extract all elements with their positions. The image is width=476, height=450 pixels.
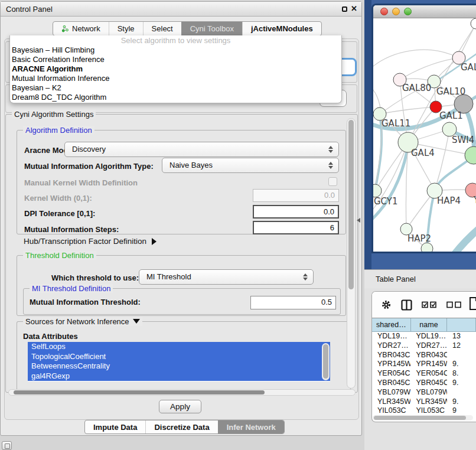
network-graph: GALGAL80GAL10GAL1GAL11SWI4GAL4GCY1HAP4YH… xyxy=(373,18,476,253)
settings-vertical-scrollbar[interactable] xyxy=(347,118,356,389)
scrollbar-thumb[interactable] xyxy=(323,344,328,379)
node-label: GAL80 xyxy=(402,83,431,93)
expand-triangle-icon xyxy=(152,238,157,245)
float-window-icon[interactable] xyxy=(342,6,347,12)
mi-steps-field[interactable]: 6 xyxy=(253,221,339,234)
network-node[interactable] xyxy=(421,243,433,253)
tab-select[interactable]: Select xyxy=(143,22,181,35)
table-cell: YBR043C xyxy=(372,351,410,360)
table-row[interactable]: YLR345WYLR345W9. xyxy=(372,397,476,407)
table-panel-title: Table Panel xyxy=(376,275,416,283)
table-horizontal-scrollbar[interactable] xyxy=(373,415,473,420)
mi-algorithm-type-combo[interactable]: Naive Bayes xyxy=(162,158,339,173)
stepper-icon xyxy=(303,273,308,281)
bottom-tab-impute-data[interactable]: Impute Data xyxy=(85,420,145,433)
bottom-tab-infer-network[interactable]: Infer Network xyxy=(218,420,284,433)
algorithm-options: Bayesian – Hill ClimbingBasic Correlatio… xyxy=(10,45,341,102)
mi-threshold-field[interactable]: 0.5 xyxy=(250,296,336,309)
node-label: Y xyxy=(473,195,476,206)
hub-tf-definition-expander[interactable]: Hub/Transcription Factor Definition xyxy=(24,237,157,246)
data-attribute-item[interactable]: BetweennessCentrality xyxy=(28,361,330,371)
table-row[interactable]: YER054CYER054C8. xyxy=(372,369,476,379)
attributes-scrollbar[interactable] xyxy=(322,343,330,380)
table-cell: YLR345W xyxy=(410,397,447,407)
manual-kernel-width-checkbox[interactable] xyxy=(328,177,337,186)
data-attributes-list: SelfLoopsTopologicalCoefficientBetweenne… xyxy=(28,342,330,381)
table-cell: 9. xyxy=(447,360,476,369)
close-traffic-light-icon[interactable] xyxy=(380,8,388,15)
bottom-tab-discretize-data[interactable]: Discretize Data xyxy=(145,420,217,433)
scrollbar-thumb[interactable] xyxy=(14,390,265,394)
scrollbar-thumb[interactable] xyxy=(348,120,354,289)
dpi-tolerance-field[interactable]: 0.0 xyxy=(253,205,339,219)
table-toolbar xyxy=(372,292,476,318)
algorithm-definition-title: Algorithm Definition xyxy=(23,126,94,135)
tab-cyni-toolbox[interactable]: Cyni Toolbox xyxy=(181,22,242,35)
scrollbar-thumb[interactable] xyxy=(374,416,466,420)
stepper-icon xyxy=(328,145,333,154)
minimize-traffic-light-icon[interactable] xyxy=(392,8,400,15)
table-panel-titlebar: Table Panel xyxy=(364,269,476,288)
algorithm-option[interactable]: Bayesian – Hill Climbing xyxy=(10,45,341,55)
settings-gear-icon[interactable] xyxy=(381,299,392,310)
checkboxes-unchecked-icon[interactable] xyxy=(446,301,462,308)
panel-splitter-arrow-icon[interactable] xyxy=(357,218,360,223)
aracne-mode-combo[interactable]: Discovery xyxy=(64,142,339,157)
algorithm-option[interactable]: ARACNE Algorithm xyxy=(10,64,341,74)
column-header-clipped[interactable] xyxy=(447,318,476,332)
close-icon[interactable]: ✕ xyxy=(351,4,357,13)
table-row[interactable]: YPR145WYPR145W9. xyxy=(372,360,476,369)
table-row[interactable]: YDL19…YDL19…13 xyxy=(372,332,476,341)
mi-algorithm-type-value: Naive Bayes xyxy=(169,161,213,169)
data-attribute-item[interactable]: TopologicalCoefficient xyxy=(28,352,330,362)
maximize-traffic-light-icon[interactable] xyxy=(404,8,412,15)
table-cell: YLR345W xyxy=(372,397,410,407)
settings-group-title: Cyni Algorithm Settings xyxy=(12,110,96,119)
screen: Control Panel ✕ NetworkStyleSelectCyni T… xyxy=(0,0,476,450)
tab-network[interactable]: Network xyxy=(53,22,109,35)
table-cell xyxy=(447,351,476,360)
table-row[interactable]: YBR043CYBR043C xyxy=(372,351,476,360)
which-threshold-value: MI Threshold xyxy=(146,272,191,281)
algorithm-option[interactable]: Bayesian – K2 xyxy=(10,83,341,93)
column-header-shared-name[interactable]: shared… xyxy=(372,318,411,332)
table-cell: YPR145W xyxy=(372,360,410,369)
apply-button[interactable]: Apply xyxy=(159,400,201,413)
data-attribute-item[interactable]: gal4RGexp xyxy=(28,371,330,381)
network-window-titlebar[interactable] xyxy=(373,5,476,18)
sources-group-title[interactable]: Sources for Network Inference xyxy=(23,317,142,326)
network-node-gcy1[interactable] xyxy=(373,184,382,197)
data-attribute-item[interactable]: SelfLoops xyxy=(28,342,330,352)
cyni-algorithm-settings-group: Cyni Algorithm Settings Algorithm Defini… xyxy=(5,114,358,393)
split-columns-icon[interactable] xyxy=(401,299,412,311)
settings-horizontal-scrollbar[interactable] xyxy=(8,389,356,396)
table-cell: 12 xyxy=(447,341,476,351)
column-header-name[interactable]: name xyxy=(411,318,448,332)
network-canvas[interactable]: GALGAL80GAL10GAL1GAL11SWI4GAL4GCY1HAP4YH… xyxy=(373,18,476,253)
dock-panel-button[interactable] xyxy=(2,441,12,450)
table-row[interactable]: YDR27…YDR27…12 xyxy=(372,341,476,351)
tab-label: jActiveMNodules xyxy=(251,22,313,35)
algorithm-option[interactable]: Mutual Information Inference xyxy=(10,74,341,83)
table-cell: YBL079W xyxy=(410,388,447,397)
network-node[interactable] xyxy=(471,18,476,29)
algorithm-option[interactable]: Basic Correlation Inference xyxy=(10,55,341,64)
control-panel-titlebar: Control Panel ✕ xyxy=(1,2,361,17)
checkboxes-checked-icon[interactable] xyxy=(422,301,437,308)
which-threshold-combo[interactable]: MI Threshold xyxy=(139,269,314,285)
table-cell: 9. xyxy=(447,379,476,388)
tab-jactivemnodules[interactable]: jActiveMNodules xyxy=(242,22,321,35)
document-icon[interactable] xyxy=(469,296,476,311)
node-label: GAL11 xyxy=(382,118,410,129)
tab-label: Cyni Toolbox xyxy=(190,22,234,35)
table-row[interactable]: YIL053CYIL053C9 xyxy=(372,406,476,416)
algorithm-option[interactable]: Dream8 DC_TDC Algorithm xyxy=(10,93,341,102)
data-attributes-label: Data Attributes xyxy=(23,332,78,341)
table-row[interactable]: YBR045CYBR045C9. xyxy=(372,379,476,388)
node-label: HAP4 xyxy=(437,195,461,206)
table-row[interactable]: YBL079WYBL079W xyxy=(372,388,476,397)
tab-label: Network xyxy=(72,22,100,35)
control-panel-tabs: NetworkStyleSelectCyni ToolboxjActiveMNo… xyxy=(53,21,322,36)
kernel-width-field[interactable]: 0.0 xyxy=(253,189,339,202)
tab-style[interactable]: Style xyxy=(109,22,143,35)
